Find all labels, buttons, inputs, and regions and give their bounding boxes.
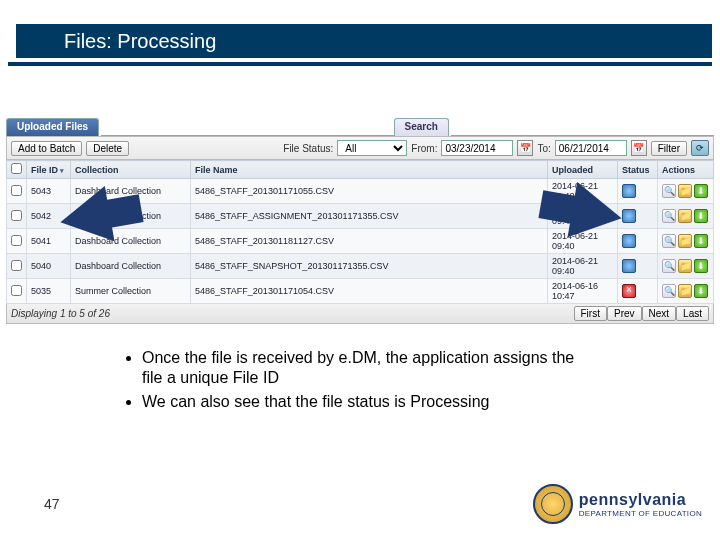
cell-actions: 🔍📁⬇ bbox=[658, 279, 714, 304]
download-icon[interactable]: ⬇ bbox=[694, 234, 708, 248]
logo-line1: pennsylvania bbox=[579, 491, 702, 509]
from-date-input[interactable] bbox=[441, 140, 513, 156]
pager: Displaying 1 to 5 of 26 First Prev Next … bbox=[6, 304, 714, 324]
row-checkbox[interactable] bbox=[11, 235, 22, 246]
col-actions[interactable]: Actions bbox=[658, 161, 714, 179]
tab-search[interactable]: Search bbox=[394, 118, 449, 136]
folder-icon[interactable]: 📁 bbox=[678, 284, 692, 298]
view-icon[interactable]: 🔍 bbox=[662, 259, 676, 273]
cell-file-id: 5035 bbox=[27, 279, 71, 304]
download-icon[interactable]: ⬇ bbox=[694, 209, 708, 223]
row-checkbox[interactable] bbox=[11, 185, 22, 196]
cell-actions: 🔍📁⬇ bbox=[658, 179, 714, 204]
table-row: 5035Summer Collection5486_STAFF_20130117… bbox=[7, 279, 714, 304]
title-bar: Files: Processing bbox=[8, 24, 712, 58]
first-button[interactable]: First bbox=[574, 306, 607, 321]
refresh-icon[interactable]: ⟳ bbox=[691, 140, 709, 156]
processing-icon bbox=[622, 259, 636, 273]
pager-info: Displaying 1 to 5 of 26 bbox=[11, 308, 574, 319]
error-icon bbox=[622, 284, 636, 298]
state-seal-icon bbox=[533, 484, 573, 524]
col-file-name[interactable]: File Name bbox=[191, 161, 548, 179]
col-file-id[interactable]: File ID bbox=[27, 161, 71, 179]
cell-file-name: 5486_STAFF_201301171054.CSV bbox=[191, 279, 548, 304]
slide-number: 47 bbox=[44, 496, 60, 512]
download-icon[interactable]: ⬇ bbox=[694, 284, 708, 298]
delete-button[interactable]: Delete bbox=[86, 141, 129, 156]
from-label: From: bbox=[411, 143, 437, 154]
file-status-select[interactable]: All bbox=[337, 140, 407, 156]
download-icon[interactable]: ⬇ bbox=[694, 259, 708, 273]
cell-actions: 🔍📁⬇ bbox=[658, 204, 714, 229]
cell-uploaded: 2014-06-16 10:47 bbox=[548, 279, 618, 304]
cell-uploaded: 2014-06-21 09:40 bbox=[548, 254, 618, 279]
col-status[interactable]: Status bbox=[618, 161, 658, 179]
cell-collection: Dashboard Collection bbox=[71, 254, 191, 279]
cell-collection: Summer Collection bbox=[71, 279, 191, 304]
logo: pennsylvania DEPARTMENT OF EDUCATION bbox=[533, 484, 702, 524]
folder-icon[interactable]: 📁 bbox=[678, 259, 692, 273]
slide-title: Files: Processing bbox=[64, 30, 216, 53]
cell-actions: 🔍📁⬇ bbox=[658, 254, 714, 279]
col-collection[interactable]: Collection bbox=[71, 161, 191, 179]
callout-arrow-right bbox=[568, 182, 627, 246]
row-checkbox[interactable] bbox=[11, 260, 22, 271]
bullet-list: Once the file is received by e.DM, the a… bbox=[124, 348, 594, 416]
row-checkbox[interactable] bbox=[11, 210, 22, 221]
title-stripe bbox=[8, 24, 56, 58]
view-icon[interactable]: 🔍 bbox=[662, 234, 676, 248]
cell-file-name: 5486_STAFF_201301171055.CSV bbox=[191, 179, 548, 204]
cell-file-name: 5486_STAFF_SNAPSHOT_201301171355.CSV bbox=[191, 254, 548, 279]
title-underline bbox=[8, 62, 712, 66]
cell-file-name: 5486_STAFF_ASSIGNMENT_201301171355.CSV bbox=[191, 204, 548, 229]
tab-uploaded-files[interactable]: Uploaded Files bbox=[6, 118, 99, 136]
cell-status bbox=[618, 279, 658, 304]
folder-icon[interactable]: 📁 bbox=[678, 209, 692, 223]
cell-file-id: 5040 bbox=[27, 254, 71, 279]
cell-file-name: 5486_STAFF_201301181127.CSV bbox=[191, 229, 548, 254]
bullet-item: We can also see that the file status is … bbox=[142, 392, 594, 412]
processing-icon bbox=[622, 234, 636, 248]
col-uploaded[interactable]: Uploaded bbox=[548, 161, 618, 179]
calendar-icon[interactable]: 📅 bbox=[517, 140, 533, 156]
callout-arrow-left bbox=[56, 186, 115, 250]
cell-actions: 🔍📁⬇ bbox=[658, 229, 714, 254]
view-icon[interactable]: 🔍 bbox=[662, 284, 676, 298]
cell-status bbox=[618, 229, 658, 254]
select-all-checkbox[interactable] bbox=[11, 163, 22, 174]
folder-icon[interactable]: 📁 bbox=[678, 234, 692, 248]
add-to-batch-button[interactable]: Add to Batch bbox=[11, 141, 82, 156]
toolbar: Add to Batch Delete File Status: All Fro… bbox=[6, 136, 714, 160]
table-row: 5040Dashboard Collection5486_STAFF_SNAPS… bbox=[7, 254, 714, 279]
to-label: To: bbox=[537, 143, 550, 154]
view-icon[interactable]: 🔍 bbox=[662, 184, 676, 198]
view-icon[interactable]: 🔍 bbox=[662, 209, 676, 223]
calendar-icon[interactable]: 📅 bbox=[631, 140, 647, 156]
next-button[interactable]: Next bbox=[642, 306, 677, 321]
cell-status bbox=[618, 254, 658, 279]
to-date-input[interactable] bbox=[555, 140, 627, 156]
processing-icon bbox=[622, 209, 636, 223]
row-checkbox[interactable] bbox=[11, 285, 22, 296]
bullet-item: Once the file is received by e.DM, the a… bbox=[142, 348, 594, 388]
last-button[interactable]: Last bbox=[676, 306, 709, 321]
folder-icon[interactable]: 📁 bbox=[678, 184, 692, 198]
file-status-label: File Status: bbox=[283, 143, 333, 154]
logo-line2: DEPARTMENT OF EDUCATION bbox=[579, 509, 702, 518]
filter-button[interactable]: Filter bbox=[651, 141, 687, 156]
download-icon[interactable]: ⬇ bbox=[694, 184, 708, 198]
prev-button[interactable]: Prev bbox=[607, 306, 642, 321]
